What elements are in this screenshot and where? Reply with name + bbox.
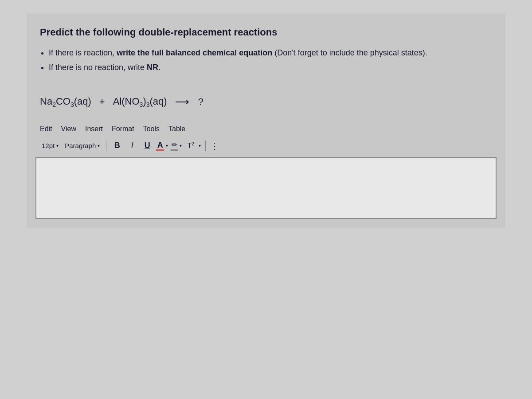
paragraph-dropdown[interactable]: Paragraph ▾ xyxy=(63,141,102,150)
paragraph-value: Paragraph xyxy=(65,142,96,149)
bullet-item-2: If there is no reaction, write NR. xyxy=(49,62,497,74)
bold-button[interactable]: B xyxy=(111,140,123,151)
font-size-value: 12pt xyxy=(42,142,55,149)
plus-sign: + xyxy=(99,96,105,108)
menu-format[interactable]: Format xyxy=(112,125,134,133)
superscript-chevron[interactable]: ▾ xyxy=(199,143,201,148)
page-heading: Predict the following double-replacement… xyxy=(35,27,497,38)
bullet-2-before: If there is no reaction, write xyxy=(49,63,147,72)
pencil-icon: ✏ xyxy=(172,141,177,149)
product-placeholder: ? xyxy=(198,96,203,108)
reactant2: Al(NO3)3(aq) xyxy=(113,96,167,108)
toolbar: 12pt ▾ Paragraph ▾ B I U A ▾ ✏ ▾ T2 ▾ xyxy=(35,137,497,155)
separator-1 xyxy=(106,141,106,151)
font-color-indicator xyxy=(156,149,164,151)
bullet-list: If there is reaction, write the full bal… xyxy=(35,47,497,74)
menu-insert[interactable]: Insert xyxy=(85,125,103,133)
font-color-button[interactable]: A xyxy=(156,141,164,151)
menu-view[interactable]: View xyxy=(61,125,76,133)
highlight-chevron[interactable]: ▾ xyxy=(180,143,182,148)
menu-tools[interactable]: Tools xyxy=(143,125,160,133)
menu-edit[interactable]: Edit xyxy=(40,125,52,133)
font-size-chevron: ▾ xyxy=(56,143,59,148)
superscript-button[interactable]: T2 xyxy=(184,141,197,151)
font-size-dropdown[interactable]: 12pt ▾ xyxy=(40,141,60,150)
bullet-1-after: (Don't forget to include the physical st… xyxy=(272,48,427,57)
reaction-line: Na2CO3(aq) + Al(NO3)3(aq) ⟶ ? xyxy=(35,87,497,121)
bullet-1-before: If there is reaction, xyxy=(49,48,117,57)
bullet-2-bold: NR xyxy=(147,63,158,72)
italic-button[interactable]: I xyxy=(126,140,138,151)
highlight-color-indicator xyxy=(171,149,178,151)
bullet-2-after: . xyxy=(158,63,160,72)
menu-table[interactable]: Table xyxy=(168,125,185,133)
underline-button[interactable]: U xyxy=(141,140,153,151)
separator-2 xyxy=(205,141,206,151)
highlight-color-button[interactable]: ✏ xyxy=(171,141,178,151)
font-color-chevron[interactable]: ▾ xyxy=(166,143,168,148)
bullet-1-bold: write the full balanced chemical equatio… xyxy=(117,48,272,57)
main-container: Predict the following double-replacement… xyxy=(27,13,505,228)
paragraph-chevron: ▾ xyxy=(98,143,100,148)
font-color-label: A xyxy=(157,141,163,149)
text-input-area[interactable] xyxy=(35,157,497,219)
reactant1: Na2CO3(aq) xyxy=(40,96,91,108)
menu-bar: Edit View Insert Format Tools Table xyxy=(35,121,497,137)
bullet-item-1: If there is reaction, write the full bal… xyxy=(49,47,497,59)
editor-wrapper: Edit View Insert Format Tools Table 12pt… xyxy=(35,121,497,219)
reaction-arrow: ⟶ xyxy=(175,96,190,108)
more-options-button[interactable]: ⋮ xyxy=(210,141,219,151)
